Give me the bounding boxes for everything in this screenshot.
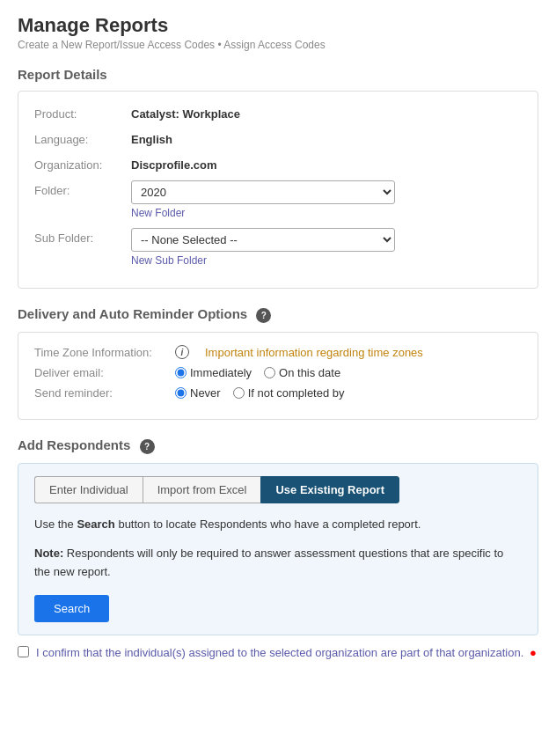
organization-value: Discprofile.com <box>131 155 217 172</box>
product-label: Product: <box>34 104 131 121</box>
subfolder-label: Sub Folder: <box>34 228 131 245</box>
note-bold: Note: <box>34 547 63 560</box>
new-subfolder-link[interactable]: New Sub Folder <box>131 254 522 267</box>
page-subtitle: Create a New Report/Issue Access Codes •… <box>18 39 538 51</box>
language-value: English <box>131 129 172 146</box>
respondents-info: Use the Search button to locate Responde… <box>34 516 522 534</box>
organization-label: Organization: <box>34 155 131 172</box>
email-label: Deliver email: <box>34 366 175 379</box>
respondents-card: Enter Individual Import from Excel Use E… <box>18 463 538 635</box>
reminder-label: Send reminder: <box>34 386 175 400</box>
organization-row: Organization: Discprofile.com <box>34 155 522 172</box>
delivery-card: Time Zone Information: i Important infor… <box>18 332 538 420</box>
email-immediately-radio[interactable] <box>175 367 187 378</box>
language-row: Language: English <box>34 129 522 146</box>
timezone-row: Time Zone Information: i Important infor… <box>34 345 522 359</box>
email-ondate-label: On this date <box>279 366 340 379</box>
search-bold: Search <box>77 517 114 531</box>
required-star: ● <box>530 646 537 659</box>
confirm-row: I confirm that the individual(s) assigne… <box>18 644 538 662</box>
reminder-never-option[interactable]: Never <box>175 386 221 400</box>
page-title: Manage Reports <box>18 14 538 37</box>
delivery-help-icon[interactable]: ? <box>256 308 271 323</box>
email-ondate-radio[interactable] <box>264 367 275 378</box>
confirm-text: I confirm that the individual(s) assigne… <box>36 644 537 662</box>
report-details-card: Product: Catalyst: Workplace Language: E… <box>18 91 538 289</box>
report-details-title: Report Details <box>18 67 538 82</box>
reminder-never-label: Never <box>190 386 221 400</box>
email-ondate-option[interactable]: On this date <box>264 366 340 379</box>
subfolder-select[interactable]: -- None Selected -- <box>131 228 395 252</box>
timezone-value: i Important information regarding time z… <box>175 345 423 359</box>
reminder-options: Never If not completed by <box>175 386 345 400</box>
email-options: Immediately On this date <box>175 366 340 379</box>
timezone-text: Important information regarding time zon… <box>205 346 423 359</box>
tab-enter-individual[interactable]: Enter Individual <box>34 476 143 503</box>
reminder-never-radio[interactable] <box>175 387 187 399</box>
reminder-ifnot-option[interactable]: If not completed by <box>233 386 345 400</box>
confirm-checkbox[interactable] <box>18 646 29 657</box>
tab-use-existing-report[interactable]: Use Existing Report <box>260 476 399 503</box>
search-button[interactable]: Search <box>34 595 109 622</box>
tab-import-excel[interactable]: Import from Excel <box>143 476 261 503</box>
delivery-title: Delivery and Auto Reminder Options ? <box>18 306 538 323</box>
respondents-note: Note: Respondents will only be required … <box>34 545 522 582</box>
email-immediately-label: Immediately <box>190 366 252 379</box>
timezone-label: Time Zone Information: <box>34 346 175 359</box>
new-folder-link[interactable]: New Folder <box>131 207 522 219</box>
product-row: Product: Catalyst: Workplace <box>34 104 522 121</box>
tabs-row: Enter Individual Import from Excel Use E… <box>34 476 522 503</box>
confirm-text-content: I confirm that the individual(s) assigne… <box>36 646 523 659</box>
reminder-ifnot-label: If not completed by <box>248 386 345 400</box>
email-immediately-option[interactable]: Immediately <box>175 366 252 379</box>
respondents-title: Add Respondents ? <box>18 437 538 454</box>
subfolder-row: Sub Folder: -- None Selected -- New Sub … <box>34 228 522 267</box>
subfolder-controls: -- None Selected -- New Sub Folder <box>131 228 522 267</box>
respondents-help-icon[interactable]: ? <box>140 439 155 454</box>
reminder-ifnot-radio[interactable] <box>233 387 245 399</box>
product-value: Catalyst: Workplace <box>131 104 240 121</box>
respondents-title-text: Add Respondents <box>18 437 130 452</box>
folder-controls: 2020 2019 2018 New Folder <box>131 180 522 219</box>
email-row: Deliver email: Immediately On this date <box>34 366 522 379</box>
delivery-title-text: Delivery and Auto Reminder Options <box>18 306 247 321</box>
language-label: Language: <box>34 129 131 146</box>
reminder-row: Send reminder: Never If not completed by <box>34 386 522 400</box>
folder-select[interactable]: 2020 2019 2018 <box>131 180 395 204</box>
folder-row: Folder: 2020 2019 2018 New Folder <box>34 180 522 219</box>
timezone-info-icon: i <box>175 345 189 359</box>
folder-label: Folder: <box>34 180 131 197</box>
